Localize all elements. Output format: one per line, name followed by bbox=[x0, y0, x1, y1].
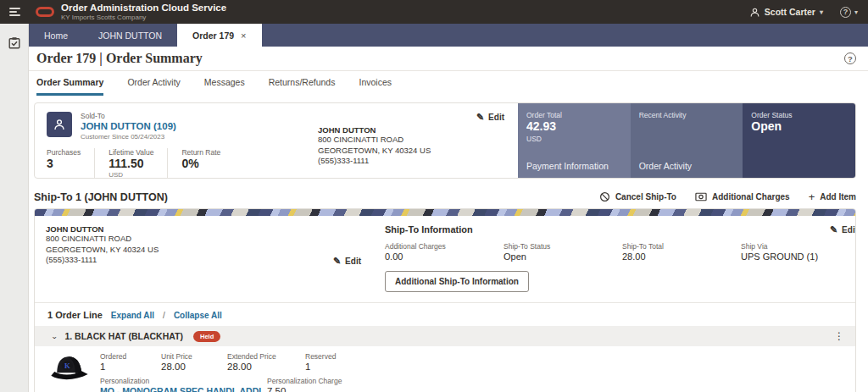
tab-invoices[interactable]: Invoices bbox=[359, 71, 392, 96]
page-title: Order 179 | Order Summary bbox=[36, 51, 203, 66]
tasks-icon[interactable] bbox=[0, 29, 29, 58]
person-icon bbox=[53, 118, 66, 131]
address-phone: (555)333-1111 bbox=[318, 156, 518, 167]
company-name: KY Imports Scotts Company bbox=[61, 14, 226, 21]
address-line1: 800 CINCINATTI ROAD bbox=[318, 135, 518, 146]
payment-information-link[interactable]: Payment Information bbox=[526, 161, 609, 171]
tab-messages[interactable]: Messages bbox=[204, 71, 245, 96]
customer-link[interactable]: JOHN DUTTON (109) bbox=[81, 120, 176, 133]
sold-to-label: Sold-To bbox=[81, 112, 176, 120]
customer-summary-card: Sold-To JOHN DUTTON (109) Customer Since… bbox=[34, 102, 856, 179]
additional-charges-button[interactable]: Additional Charges bbox=[695, 191, 790, 202]
user-caret-icon: ▾ bbox=[820, 8, 823, 16]
order-line-title: 1. BLACK HAT (BLACKHAT) bbox=[64, 331, 183, 341]
additional-ship-to-information-button[interactable]: Additional Ship-To Information bbox=[385, 271, 529, 292]
main-content: Order 179 | Order Summary ? Order Summar… bbox=[29, 47, 868, 392]
tab-returns-refunds[interactable]: Returns/Refunds bbox=[269, 71, 336, 96]
add-item-button[interactable]: + Add Item bbox=[809, 190, 856, 203]
field-unit-price: Unit Price 28.00 bbox=[161, 352, 203, 373]
close-tab-icon[interactable]: × bbox=[241, 30, 246, 41]
help-icon: ? bbox=[840, 7, 851, 18]
order-activity-link[interactable]: Order Activity bbox=[639, 161, 692, 171]
edit-ship-to-info-button[interactable]: ✎ Edit bbox=[830, 224, 856, 235]
menu-icon[interactable] bbox=[0, 0, 29, 24]
ship-to-info-title: Ship-To Information bbox=[385, 224, 856, 235]
stat-purchases: Purchases 3 bbox=[47, 148, 94, 179]
help-caret-icon: ▾ bbox=[854, 8, 858, 16]
address-name: JOHN DUTTON bbox=[318, 125, 518, 135]
app-title-block: Order Administration Cloud Service KY Im… bbox=[61, 3, 226, 21]
tab-order-summary[interactable]: Order Summary bbox=[36, 71, 103, 96]
order-lines-bar: 1 Order Line Expand All / Collapse All bbox=[46, 303, 844, 326]
collapse-all-link[interactable]: Collapse All bbox=[174, 311, 222, 320]
ship-address-line1: 800 CINCINATTI ROAD bbox=[46, 234, 333, 245]
product-image-hat: K bbox=[47, 352, 92, 392]
field-ship-to-total: Ship-To Total 28.00 bbox=[622, 242, 741, 263]
ship-to-title: Ship-To 1 (JOHN DUTTON) bbox=[34, 191, 168, 203]
field-personalization-charge: Personalization Charge 7.50 bbox=[267, 377, 342, 392]
sold-to-address-block: ✎ Edit JOHN DUTTON 800 CINCINATTI ROAD G… bbox=[289, 103, 518, 178]
user-icon bbox=[749, 7, 760, 18]
plus-icon: + bbox=[809, 190, 815, 203]
svg-text:K: K bbox=[64, 362, 70, 370]
order-total-panel: Order Total 42.93 USD Payment Informatio… bbox=[518, 103, 631, 178]
tab-home[interactable]: Home bbox=[29, 24, 83, 47]
chevron-down-icon[interactable]: ⌄ bbox=[51, 333, 58, 340]
summary-panels: Order Total 42.93 USD Payment Informatio… bbox=[518, 103, 855, 178]
sold-to-block: Sold-To JOHN DUTTON (109) Customer Since… bbox=[35, 103, 289, 178]
top-app-bar: Order Administration Cloud Service KY Im… bbox=[0, 0, 868, 24]
ship-to-header: Ship-To 1 (JOHN DUTTON) Cancel Ship-To A… bbox=[34, 190, 856, 203]
edit-icon: ✎ bbox=[333, 256, 341, 267]
customer-avatar bbox=[47, 112, 72, 137]
customer-since: Customer Since 05/24/2023 bbox=[81, 133, 176, 141]
ship-address-line2: GEORGETOWN, KY 40324 US bbox=[46, 245, 333, 256]
oracle-logo-icon bbox=[36, 7, 54, 17]
ship-address-phone: (555)333-1111 bbox=[46, 255, 333, 266]
customer-stats: Purchases 3 Lifetime Value 111.50 USD Re… bbox=[47, 148, 289, 179]
order-line-header[interactable]: ⌄ 1. BLACK HAT (BLACKHAT) Held ⋮ bbox=[35, 326, 855, 346]
page-title-row: Order 179 | Order Summary ? bbox=[29, 47, 868, 71]
field-additional-charges: Additional Charges 0.00 bbox=[385, 242, 504, 263]
ship-to-address-block: JOHN DUTTON 800 CINCINATTI ROAD GEORGETO… bbox=[46, 224, 385, 295]
cancel-icon bbox=[599, 191, 610, 202]
order-status-value: Open bbox=[751, 119, 847, 135]
recent-activity-panel: Recent Activity Order Activity bbox=[631, 103, 743, 178]
edit-icon: ✎ bbox=[476, 112, 484, 123]
held-badge: Held bbox=[193, 331, 220, 342]
cancel-ship-to-button[interactable]: Cancel Ship-To bbox=[599, 191, 676, 202]
field-reserved: Reserved 1 bbox=[305, 352, 336, 373]
field-ship-to-status: Ship-To Status Open bbox=[504, 242, 622, 263]
user-name: Scott Carter bbox=[765, 7, 815, 17]
app-title: Order Administration Cloud Service bbox=[61, 3, 226, 14]
ship-to-card: JOHN DUTTON 800 CINCINATTI ROAD GEORGETO… bbox=[34, 208, 856, 392]
tab-order-179[interactable]: Order 179 × bbox=[177, 24, 261, 47]
ship-to-information: Ship-To Information ✎ Edit Additional Ch… bbox=[385, 224, 856, 295]
address-line2: GEORGETOWN, KY 40324 US bbox=[318, 146, 518, 157]
order-line-count: 1 Order Line bbox=[47, 310, 103, 320]
charges-icon bbox=[695, 191, 707, 202]
field-personalization: Personalization MO - MONOGRAM SPEC HANDL… bbox=[100, 377, 267, 392]
window-tab-bar: Home JOHN DUTTON Order 179 × bbox=[29, 24, 868, 47]
page-help-icon[interactable]: ? bbox=[844, 52, 856, 64]
tab-order-activity[interactable]: Order Activity bbox=[127, 71, 180, 96]
field-extended-price: Extended Price 28.00 bbox=[227, 352, 281, 373]
help-menu[interactable]: ? ▾ bbox=[840, 7, 858, 18]
stat-lifetime-value: Lifetime Value 111.50 USD bbox=[94, 148, 167, 179]
edit-ship-address-button[interactable]: ✎ Edit bbox=[333, 226, 361, 295]
personalization-link[interactable]: MO - MONOGRAM SPEC HANDL ADDL CHRG bbox=[100, 385, 267, 392]
edit-sold-to-button[interactable]: ✎ Edit bbox=[476, 112, 504, 123]
field-ordered: Ordered 1 bbox=[100, 352, 137, 373]
order-status-panel: Order Status Open bbox=[743, 103, 855, 178]
decorative-banner bbox=[35, 209, 855, 216]
tab-customer[interactable]: JOHN DUTTON bbox=[83, 24, 177, 47]
order-total-value: 42.93 bbox=[526, 119, 622, 135]
edit-icon: ✎ bbox=[830, 224, 837, 235]
field-ship-via: Ship Via UPS GROUND (1) bbox=[741, 242, 856, 263]
ship-address-name: JOHN DUTTON bbox=[46, 224, 333, 234]
expand-all-link[interactable]: Expand All bbox=[111, 311, 154, 320]
kebab-menu-icon[interactable]: ⋮ bbox=[834, 330, 844, 342]
stat-return-rate: Return Rate 0% bbox=[167, 148, 234, 179]
order-line-detail: K Ordered 1 Unit Price 28.00 bbox=[46, 346, 844, 392]
user-menu[interactable]: Scott Carter ▾ bbox=[749, 7, 823, 18]
left-rail bbox=[0, 24, 29, 392]
